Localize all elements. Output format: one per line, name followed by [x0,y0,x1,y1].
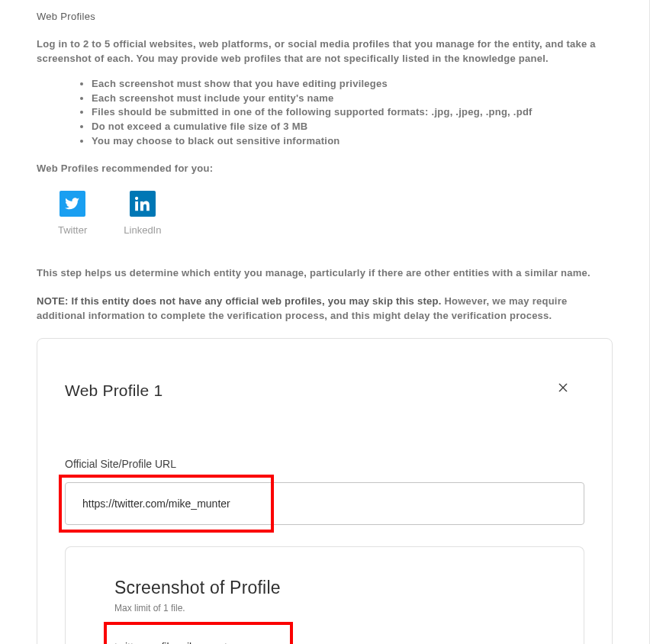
requirement-item: You may choose to black out sensitive in… [92,134,613,149]
requirements-list: Each screenshot must show that you have … [37,77,613,149]
url-input[interactable] [65,482,584,525]
requirement-item: Each screenshot must include your entity… [92,92,613,106]
recommended-twitter[interactable]: Twitter [58,191,87,236]
url-field-wrapper [65,482,584,525]
web-profile-card: Web Profile 1 Official Site/Profile URL … [37,338,613,644]
note-bold: NOTE: If this entity does not have any o… [37,295,442,307]
recommended-label: Web Profiles recommended for you: [37,163,613,174]
screenshot-heading: Screenshot of Profile [114,578,549,598]
section-title: Web Profiles [37,11,613,22]
file-name: twitter profile mike munter.png [114,641,257,644]
page-root: Web Profiles Log in to 2 to 5 official w… [0,0,650,644]
requirement-item: Files should be submitted in one of the … [92,105,613,120]
recommended-profiles: Twitter LinkedIn [58,191,613,236]
uploaded-file-row: twitter profile mike munter.png 55.421 K… [114,641,549,644]
file-meta: twitter profile mike munter.png 55.421 K… [114,641,257,644]
helper-text: This step helps us determine which entit… [37,266,613,281]
linkedin-label: LinkedIn [124,224,161,236]
recommended-linkedin[interactable]: LinkedIn [124,191,161,236]
close-card-button[interactable] [557,382,569,396]
requirement-item: Do not exceed a cumulative file size of … [92,120,613,134]
close-icon [557,382,569,394]
url-field-label: Official Site/Profile URL [65,458,584,470]
twitter-icon [60,191,85,217]
linkedin-icon [130,191,156,217]
requirement-item: Each screenshot must show that you have … [92,77,613,92]
card-title: Web Profile 1 [65,382,584,400]
screenshot-card: Screenshot of Profile Max limit of 1 fil… [65,546,584,644]
twitter-label: Twitter [58,224,87,236]
note-line: NOTE: If this entity does not have any o… [37,295,613,324]
intro-text: Log in to 2 to 5 official websites, web … [37,37,613,66]
file-limit-text: Max limit of 1 file. [114,603,549,613]
